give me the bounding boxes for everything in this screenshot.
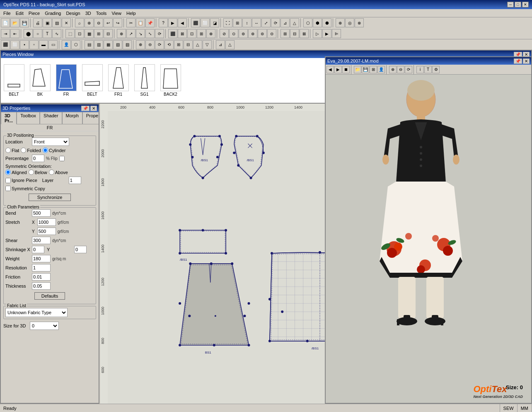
cylinder-radio[interactable] <box>43 148 48 153</box>
tb-btn-9[interactable]: ↪ <box>113 18 122 27</box>
model-tb-btn-5[interactable]: 💾 <box>362 66 369 73</box>
menu-help[interactable]: Help <box>124 10 138 17</box>
tb3-btn-1[interactable]: ⬛ <box>1 40 10 49</box>
tb-btn-17[interactable]: ⬜ <box>201 18 210 27</box>
tab-toolbox[interactable]: Toolbox <box>17 112 40 124</box>
tb3-btn-8[interactable]: ⬡ <box>71 40 80 49</box>
model-tb-btn-12[interactable]: T <box>424 66 432 73</box>
tb2-btn-22[interactable]: ⊘ <box>220 29 229 38</box>
tb2-btn-14[interactable]: ↘ <box>136 29 145 38</box>
tb2-btn-1[interactable]: ⇥ <box>1 29 10 38</box>
tb-btn-13[interactable]: ? <box>159 18 168 27</box>
tb2-btn-25[interactable]: ⊛ <box>248 29 257 38</box>
menu-piece[interactable]: Piece <box>26 10 43 17</box>
panel-close[interactable]: ✕ <box>90 106 97 111</box>
tb-btn-2[interactable]: ▣ <box>43 18 52 27</box>
tb-btn-21[interactable]: ↕ <box>242 18 251 27</box>
tb-btn-30[interactable]: ⊕ <box>336 18 345 27</box>
tb3-btn-20[interactable]: △ <box>193 40 202 49</box>
tb-btn-23[interactable]: ⤢ <box>261 18 271 27</box>
tab-morph[interactable]: Morph <box>62 112 82 124</box>
aligned-radio[interactable] <box>5 170 11 175</box>
tb2-btn-31[interactable]: ▷ <box>313 29 322 38</box>
close-button[interactable]: ✕ <box>522 2 529 7</box>
tb2-btn-30[interactable]: ⊠ <box>300 29 309 38</box>
tab-shader[interactable]: Shader <box>40 112 62 124</box>
tb2-btn-11[interactable]: ⊟ <box>104 29 113 38</box>
menu-3d[interactable]: 3D <box>83 10 94 17</box>
open-button[interactable]: 📂 <box>10 18 19 27</box>
tb2-btn-5[interactable]: T <box>43 29 52 38</box>
above-radio-label[interactable]: Above <box>49 170 68 175</box>
tb-btn-28[interactable]: ⬢ <box>313 18 322 27</box>
tb2-btn-21[interactable]: ⊗ <box>206 29 215 38</box>
tb3-btn-12[interactable]: ▧ <box>113 40 122 49</box>
tb2-btn-17[interactable]: ⬛ <box>168 29 177 38</box>
bend-input[interactable] <box>32 209 51 217</box>
thickness-input[interactable] <box>32 282 51 290</box>
tb2-btn-2[interactable]: ⇤ <box>10 29 19 38</box>
ignore-piece-label[interactable]: Ignore Piece <box>5 178 37 183</box>
tab-3d-properties[interactable]: 3D Pr... <box>1 112 17 124</box>
tb3-btn-2[interactable]: ⬜ <box>10 40 19 49</box>
tb3-btn-16[interactable]: ⟳ <box>155 40 164 49</box>
size-3d-select[interactable]: 0 1 2 <box>30 322 59 330</box>
tb-btn-8[interactable]: ↩ <box>104 18 113 27</box>
model-tb-btn-11[interactable]: i <box>416 66 424 73</box>
tb-btn-19[interactable]: ⛶ <box>223 18 232 27</box>
shrinkage-x-input[interactable] <box>32 246 44 253</box>
tb3-btn-18[interactable]: ⊞ <box>174 40 183 49</box>
layer-input[interactable] <box>69 177 81 184</box>
maximize-button[interactable]: □ <box>515 2 521 7</box>
piece-bk[interactable]: BK <box>29 64 51 97</box>
tb2-btn-28[interactable]: ⊞ <box>281 29 290 38</box>
tb3-btn-3[interactable]: ▪ <box>20 40 29 49</box>
tb3-btn-19[interactable]: ⊟ <box>184 40 193 49</box>
tb-btn-15[interactable]: ◀ <box>178 18 187 27</box>
shear-input[interactable] <box>32 237 51 244</box>
tb3-btn-10[interactable]: ▥ <box>94 40 103 49</box>
tb2-btn-9[interactable]: ▦ <box>85 29 94 38</box>
tb2-btn-32[interactable]: ▶ <box>322 29 331 38</box>
flip-checkbox[interactable] <box>59 156 65 161</box>
tb-btn-27[interactable]: ⬡ <box>303 18 312 27</box>
menu-tools[interactable]: Tools <box>94 10 109 17</box>
model-tb-btn-8[interactable]: ⊕ <box>389 66 397 73</box>
menu-file[interactable]: File <box>1 10 13 17</box>
folded-radio-label[interactable]: Folded <box>21 148 41 153</box>
tb2-btn-20[interactable]: ⊞ <box>197 29 206 38</box>
tb3-btn-11[interactable]: ▦ <box>104 40 113 49</box>
percentage-input[interactable]: 0 <box>32 155 44 162</box>
tb2-btn-7[interactable]: ⬚ <box>65 29 75 38</box>
stretch-x-input[interactable] <box>37 218 56 226</box>
tb3-btn-7[interactable]: 👤 <box>62 40 71 49</box>
tb-btn-18[interactable]: ◪ <box>210 18 219 27</box>
below-radio-label[interactable]: Below <box>29 170 47 175</box>
tb2-btn-16[interactable]: ⟳ <box>155 29 164 38</box>
model-panel-pin[interactable]: 📌 <box>514 58 522 64</box>
tb-btn-22[interactable]: ↔ <box>252 18 261 27</box>
model-panel-close[interactable]: ✕ <box>523 58 530 64</box>
above-radio[interactable] <box>49 170 54 175</box>
tb2-btn-24[interactable]: ⊚ <box>239 29 248 38</box>
piece-fr1[interactable]: FR1 <box>107 64 130 97</box>
print-button[interactable]: 🖨 <box>33 18 42 27</box>
model-tb-btn-13[interactable]: ⚙ <box>432 66 440 73</box>
model-tb-btn-4[interactable]: 📁 <box>354 66 361 73</box>
location-select[interactable]: Front Back Left Right <box>32 138 69 146</box>
tb2-btn-18[interactable]: ⊠ <box>178 29 187 38</box>
tb2-btn-23[interactable]: ⊙ <box>229 29 238 38</box>
tb2-btn-10[interactable]: ⊞ <box>94 29 103 38</box>
tb-btn-10[interactable]: ✂ <box>126 18 135 27</box>
tb-btn-16[interactable]: ⬛ <box>191 18 200 27</box>
new-button[interactable]: 📄 <box>1 18 10 27</box>
tb-btn-24[interactable]: ⟳ <box>271 18 280 27</box>
menu-view[interactable]: View <box>109 10 124 17</box>
tb-btn-25[interactable]: ⊿ <box>281 18 290 27</box>
tb3-btn-21[interactable]: ▽ <box>203 40 212 49</box>
tb-btn-4[interactable]: ✕ <box>62 18 71 27</box>
tb-btn-6[interactable]: ⊕ <box>85 18 94 27</box>
tb-btn-5[interactable]: ⌕ <box>75 18 84 27</box>
piece-back2[interactable]: BACK2 <box>159 64 182 97</box>
tb-btn-12[interactable]: 📌 <box>145 18 155 27</box>
